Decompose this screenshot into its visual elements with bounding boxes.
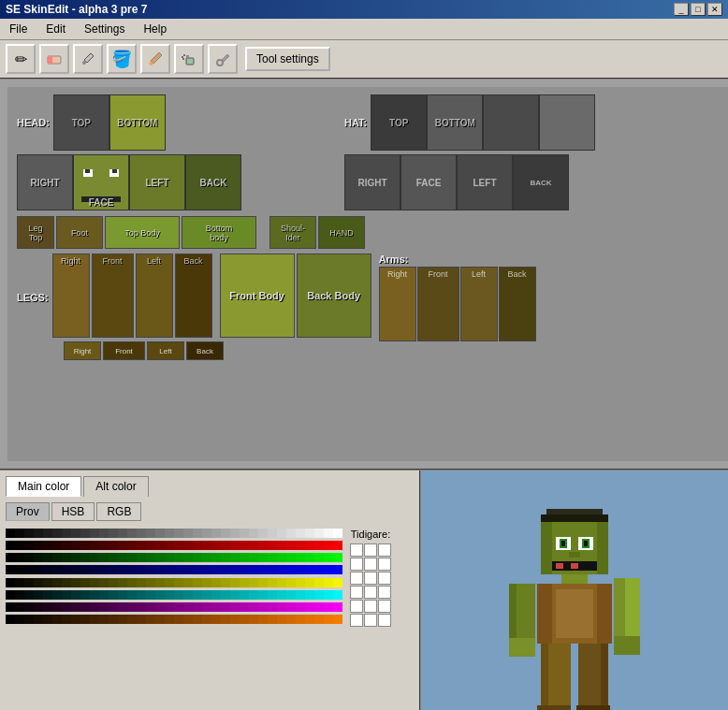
palette-color[interactable] [118,553,127,562]
recent-color[interactable] [378,543,391,557]
eraser-tool[interactable] [39,44,69,74]
palette-color[interactable] [6,553,15,562]
legs-right-cell[interactable]: Right [52,254,90,338]
palette-color[interactable] [333,553,342,562]
palette-color[interactable] [202,553,211,562]
palette-color[interactable] [62,553,71,562]
palette-color[interactable] [118,541,127,550]
palette-color[interactable] [15,602,24,612]
palette-color[interactable] [193,565,202,574]
arms-right-cell[interactable]: Right [379,267,416,341]
palette-color[interactable] [296,553,305,562]
palette-color[interactable] [277,578,286,587]
palette-color[interactable] [277,553,286,562]
palette-color[interactable] [127,529,137,538]
palette-color[interactable] [165,565,174,574]
palette-color[interactable] [165,541,174,550]
palette-color[interactable] [43,590,52,600]
palette-color[interactable] [52,590,62,600]
palette-color[interactable] [268,578,277,587]
palette-color[interactable] [6,565,15,574]
menu-edit[interactable]: Edit [40,21,71,37]
palette-color[interactable] [249,602,258,612]
palette-color[interactable] [146,590,155,600]
palette-color[interactable] [137,553,146,562]
palette-color[interactable] [118,578,127,587]
palette-color[interactable] [71,541,80,550]
palette-color[interactable] [193,553,202,562]
palette-color[interactable] [52,602,62,612]
arms-front-cell[interactable]: Front [417,267,459,341]
rgb-tab[interactable]: RGB [96,502,141,521]
palette-color[interactable] [99,529,109,538]
head-face-cell[interactable]: FACE [73,154,129,210]
palette-color[interactable] [249,541,258,550]
hat-right-cell[interactable]: RIGHT [344,154,400,210]
palette-color[interactable] [333,602,342,612]
wrench-tool[interactable] [208,44,238,74]
palette-color[interactable] [305,602,314,612]
recent-color[interactable] [378,600,391,613]
palette-color[interactable] [80,602,90,612]
palette-color[interactable] [34,529,43,538]
palette-color[interactable] [34,602,43,612]
palette-color[interactable] [90,615,99,624]
palette-color[interactable] [6,529,15,538]
palette-color[interactable] [296,615,305,624]
palette-color[interactable] [211,590,221,600]
palette-color[interactable] [230,602,240,612]
palette-color[interactable] [305,590,314,600]
palette-color[interactable] [146,602,155,612]
palette-color[interactable] [249,553,258,562]
palette-color[interactable] [80,541,90,550]
palette-color[interactable] [314,541,324,550]
palette-color[interactable] [314,553,324,562]
palette-color[interactable] [34,578,43,587]
recent-color[interactable] [350,543,363,557]
menu-file[interactable]: File [4,21,33,37]
palette-color[interactable] [34,541,43,550]
palette-color[interactable] [109,578,118,587]
shoulder-cell[interactable]: Shoul-Ider [269,216,316,249]
palette-color[interactable] [296,541,305,550]
palette-color[interactable] [15,615,24,624]
main-color-tab[interactable]: Main color [6,476,81,497]
palette-color[interactable] [193,541,202,550]
palette-color[interactable] [90,578,99,587]
hat-left-cell[interactable]: LEFT [457,154,513,210]
palette-color[interactable] [193,615,202,624]
palette-color[interactable] [258,529,268,538]
palette-color[interactable] [174,553,183,562]
palette-color[interactable] [249,590,258,600]
leg-bot-front[interactable]: Front [103,341,145,360]
palette-color[interactable] [268,541,277,550]
alt-color-tab[interactable]: Alt color [83,476,148,497]
palette-color[interactable] [24,615,34,624]
palette-color[interactable] [202,565,211,574]
palette-color[interactable] [333,615,342,624]
close-button[interactable]: ✕ [707,3,722,16]
palette-color[interactable] [155,578,165,587]
palette-color[interactable] [146,578,155,587]
palette-color[interactable] [296,602,305,612]
palette-color[interactable] [268,590,277,600]
palette-color[interactable] [99,578,109,587]
recent-color[interactable] [364,543,377,557]
menu-help[interactable]: Help [138,21,172,37]
palette-color[interactable] [296,590,305,600]
palette-color[interactable] [137,541,146,550]
hat-face-cell[interactable]: FACE [400,154,457,210]
recent-color[interactable] [364,614,377,627]
palette-color[interactable] [15,565,24,574]
palette-color[interactable] [305,553,314,562]
palette-color[interactable] [240,553,249,562]
recent-color[interactable] [364,572,377,585]
palette-color[interactable] [268,553,277,562]
recent-color[interactable] [350,614,363,627]
leg-bot-right[interactable]: Right [64,341,101,360]
palette-color[interactable] [183,553,193,562]
palette-color[interactable] [249,578,258,587]
recent-color[interactable] [350,586,363,599]
palette-color[interactable] [15,529,24,538]
palette-color[interactable] [305,529,314,538]
